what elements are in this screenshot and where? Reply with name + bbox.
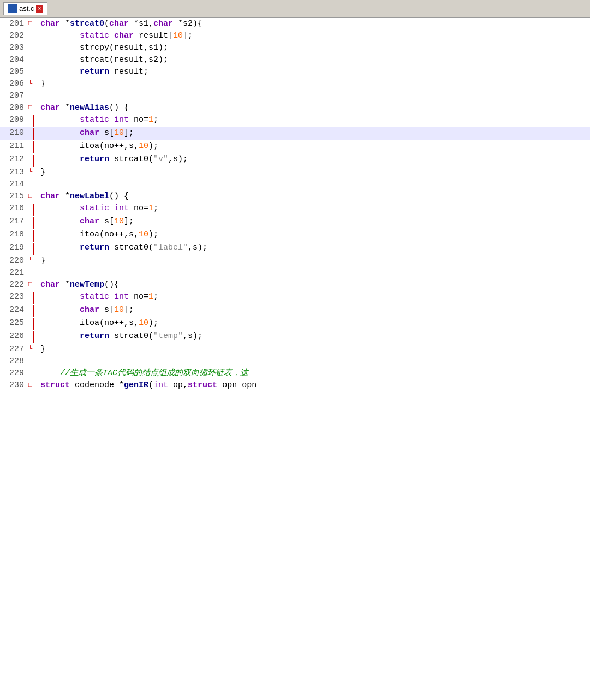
line-number: 210 <box>0 127 28 140</box>
code-line: 207 <box>0 90 590 102</box>
code-line: 216 static int no=1; <box>0 203 590 216</box>
fold-gutter <box>28 367 38 379</box>
line-number: 229 <box>0 367 28 379</box>
file-tab[interactable]: ast.c × <box>3 2 47 15</box>
line-number: 226 <box>0 330 28 343</box>
fold-collapse-marker[interactable]: □ <box>28 192 32 201</box>
code-line: 226 return strcat0("temp",s); <box>0 330 590 343</box>
code-content <box>38 179 40 191</box>
code-line: 219 return strcat0("label",s); <box>0 242 590 255</box>
fold-collapse-marker[interactable]: □ <box>28 103 32 112</box>
code-line: 210 char s[10]; <box>0 127 590 140</box>
fold-gutter: □ <box>28 18 38 30</box>
code-content: } <box>38 343 45 355</box>
fold-gutter <box>28 179 38 191</box>
line-number: 211 <box>0 140 28 153</box>
fold-gutter: └ <box>28 167 38 179</box>
code-content: strcat(result,s2); <box>38 54 168 66</box>
line-number: 204 <box>0 54 28 66</box>
line-number: 201 <box>0 18 28 30</box>
fold-collapse-marker[interactable]: □ <box>28 381 32 390</box>
fold-collapse-marker[interactable]: □ <box>28 280 32 289</box>
fold-sidebar-line <box>33 204 34 216</box>
fold-end-marker: └ <box>28 79 32 88</box>
line-number: 222 <box>0 279 28 291</box>
fold-gutter: □ <box>28 279 38 291</box>
code-content: char *strcat0(char *s1,char *s2){ <box>38 18 202 30</box>
fold-gutter <box>28 267 38 279</box>
code-content: } <box>38 255 45 267</box>
fold-sidebar-line <box>33 318 34 330</box>
line-number: 217 <box>0 216 28 229</box>
line-number: 203 <box>0 42 28 54</box>
fold-collapse-marker[interactable]: □ <box>28 19 32 28</box>
code-content <box>38 355 40 367</box>
line-number: 205 <box>0 66 28 78</box>
fold-gutter <box>28 216 38 229</box>
code-content <box>38 267 40 279</box>
code-line: 212 return strcat0("v",s); <box>0 153 590 167</box>
code-content: } <box>38 78 45 90</box>
fold-sidebar-line <box>33 155 34 167</box>
line-number: 225 <box>0 317 28 330</box>
fold-sidebar-line <box>33 331 34 343</box>
code-content: char *newLabel() { <box>38 191 129 203</box>
line-number: 227 <box>0 343 28 355</box>
fold-sidebar-line <box>33 230 34 242</box>
title-bar: ast.c × <box>0 0 590 18</box>
code-area: 201□char *strcat0(char *s1,char *s2){202… <box>0 18 590 391</box>
editor-container: ast.c × 201□char *strcat0(char *s1,char … <box>0 0 590 391</box>
code-line: 202 static char result[10]; <box>0 30 590 42</box>
line-number: 228 <box>0 355 28 367</box>
tab-close-button[interactable]: × <box>36 5 43 13</box>
line-number: 207 <box>0 90 28 102</box>
file-tab-icon <box>8 4 17 13</box>
fold-end-marker: └ <box>28 256 32 265</box>
code-content: return result; <box>38 66 148 78</box>
code-line: 209 static int no=1; <box>0 114 590 127</box>
line-number: 212 <box>0 153 28 167</box>
code-line: 206└} <box>0 78 590 90</box>
code-line: 218 itoa(no++,s,10); <box>0 229 590 242</box>
fold-gutter <box>28 355 38 367</box>
code-content: strcpy(result,s1); <box>38 42 168 54</box>
fold-gutter: └ <box>28 343 38 355</box>
code-line: 222□char *newTemp(){ <box>0 279 590 291</box>
code-content: static int no=1; <box>38 114 158 127</box>
code-content: char s[10]; <box>38 127 134 140</box>
code-line: 205 return result; <box>0 66 590 78</box>
line-number: 224 <box>0 304 28 317</box>
fold-gutter <box>28 140 38 153</box>
line-number: 216 <box>0 203 28 216</box>
code-line: 203 strcpy(result,s1); <box>0 42 590 54</box>
fold-gutter <box>28 127 38 140</box>
code-line: 223 static int no=1; <box>0 291 590 304</box>
line-number: 219 <box>0 242 28 255</box>
code-line: 215□char *newLabel() { <box>0 191 590 203</box>
line-number: 206 <box>0 78 28 90</box>
fold-gutter: □ <box>28 379 38 391</box>
line-number: 230 <box>0 379 28 391</box>
code-content: char s[10]; <box>38 216 134 229</box>
fold-gutter: □ <box>28 102 38 114</box>
code-content: itoa(no++,s,10); <box>38 317 158 330</box>
fold-sidebar-line <box>33 292 34 304</box>
line-number: 202 <box>0 30 28 42</box>
fold-gutter: └ <box>28 78 38 90</box>
fold-sidebar-line <box>33 128 34 140</box>
code-content: //生成一条TAC代码的结点组成的双向循环链表，这 <box>38 367 248 379</box>
fold-gutter <box>28 66 38 78</box>
code-line: 221 <box>0 267 590 279</box>
code-line: 201□char *strcat0(char *s1,char *s2){ <box>0 18 590 30</box>
code-content: char *newAlias() { <box>38 102 129 114</box>
code-content: return strcat0("temp",s); <box>38 330 202 343</box>
line-number: 220 <box>0 255 28 267</box>
code-line: 213└} <box>0 167 590 179</box>
fold-gutter <box>28 229 38 242</box>
code-content: } <box>38 167 45 179</box>
code-content: return strcat0("label",s); <box>38 242 207 255</box>
code-content <box>38 90 40 102</box>
fold-gutter <box>28 291 38 304</box>
fold-sidebar-line <box>33 243 34 255</box>
code-line: 229 //生成一条TAC代码的结点组成的双向循环链表，这 <box>0 367 590 379</box>
